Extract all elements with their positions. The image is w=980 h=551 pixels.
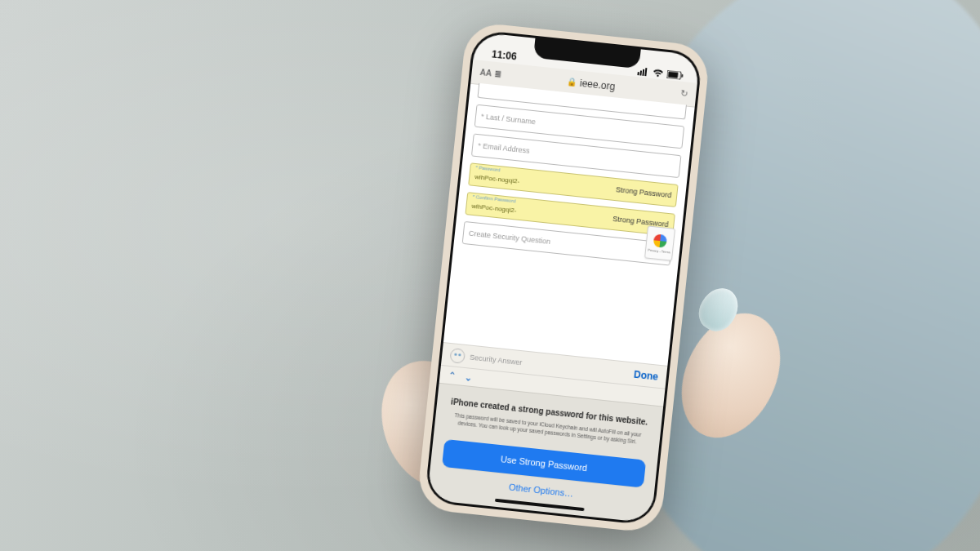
security-question-placeholder: Create Security Question [469, 229, 551, 246]
reader-icon[interactable]: ≣ [495, 69, 502, 79]
email-placeholder: * Email Address [478, 141, 530, 155]
password-value: wihPoc-nogqi2- [474, 173, 519, 189]
signal-icon [637, 67, 649, 76]
svg-rect-1 [639, 70, 642, 75]
phone: 11:06 AA ≣ 🔒 [416, 21, 710, 534]
recaptcha-badge[interactable]: Privacy - Terms [644, 225, 675, 260]
strong-password-sheet: iPhone created a strong password for thi… [427, 383, 663, 523]
wifi-icon [652, 69, 664, 78]
svg-rect-2 [642, 69, 644, 76]
password-label: * Password [475, 165, 501, 172]
phone-screen: 11:06 AA ≣ 🔒 [427, 32, 701, 523]
svg-rect-6 [681, 74, 683, 78]
last-name-placeholder: * Last / Surname [481, 112, 537, 126]
photo-scene: 11:06 AA ≣ 🔒 [0, 0, 980, 551]
keyboard-done-button[interactable]: Done [633, 369, 658, 383]
refresh-icon[interactable]: ↻ [680, 88, 688, 100]
recaptcha-icon [653, 233, 668, 248]
next-field-button[interactable]: ⌄ [464, 371, 473, 384]
strong-password-badge: Strong Password [616, 185, 672, 199]
svg-rect-5 [668, 72, 679, 78]
confirm-password-value: wihPoc-nogqi2- [471, 202, 517, 218]
confirm-password-label: * Confirm Password [472, 194, 515, 204]
webpage-content: * Last / Surname * Email Address * Passw… [443, 84, 695, 367]
recaptcha-text: Privacy - Terms [648, 247, 670, 254]
status-time: 11:06 [491, 48, 517, 62]
prev-field-button[interactable]: ⌃ [448, 370, 457, 382]
svg-rect-3 [644, 68, 647, 76]
svg-rect-0 [637, 72, 639, 75]
lock-icon: 🔒 [567, 77, 577, 87]
passwords-icon[interactable] [449, 348, 466, 364]
security-answer-placeholder: Security Answer [470, 353, 523, 367]
battery-icon [666, 70, 684, 80]
url-domain: ieee.org [579, 77, 616, 91]
text-size-button[interactable]: AA [479, 68, 492, 78]
